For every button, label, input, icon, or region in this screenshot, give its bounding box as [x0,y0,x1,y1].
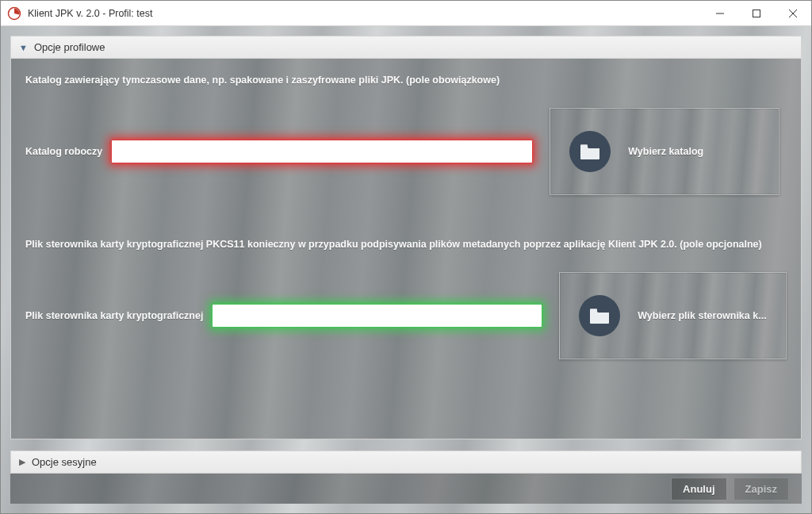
driver-file-label: Plik sterownika karty kryptograficznej [25,310,203,321]
choose-directory-button[interactable]: Wybierz katalog [550,108,779,195]
accordion-profile-label: Opcje profilowe [34,41,105,53]
maximize-button[interactable] [738,1,775,25]
working-dir-input[interactable] [112,140,532,163]
save-button: Zapisz [733,478,789,501]
working-dir-label: Katalog roboczy [25,146,102,157]
working-dir-row: Katalog roboczy Wybierz katalog [25,108,787,195]
driver-file-row: Plik sterownika karty kryptograficznej W… [25,272,787,359]
svg-rect-2 [753,10,760,17]
app-icon [7,6,21,21]
svg-rect-5 [580,144,588,147]
minimize-button[interactable] [702,1,738,25]
client-area: ▼ Opcje profilowe Katalog zawierający ty… [1,26,811,513]
folder-icon [569,131,611,172]
window-title: Klient JPK v. 2.0 - Profil: test [28,8,702,19]
accordion-profile-header[interactable]: ▼ Opcje profilowe [10,36,802,59]
window-controls [702,1,811,25]
driver-file-input[interactable] [213,305,542,327]
footer: Anuluj Zapisz [10,474,802,504]
spacer [10,439,802,451]
accordion-session-label: Opcje sesyjne [32,456,97,468]
accordion-session-header[interactable]: ▶ Opcje sesyjne [10,451,802,474]
cancel-button[interactable]: Anuluj [671,478,726,501]
choose-driver-file-button[interactable]: Wybierz plik sterownika k... [559,272,787,359]
folder-icon [579,295,620,336]
chevron-right-icon: ▶ [19,457,25,467]
driver-file-description: Plik sterownika karty kryptograficznej P… [25,239,787,250]
close-button[interactable] [775,1,811,25]
profile-panel: Katalog zawierający tymczasowe dane, np.… [10,59,802,439]
svg-rect-6 [590,309,597,311]
working-dir-description: Katalog zawierający tymczasowe dane, np.… [25,75,787,86]
titlebar: Klient JPK v. 2.0 - Profil: test [1,1,811,26]
choose-directory-label: Wybierz katalog [628,146,703,157]
app-window: Klient JPK v. 2.0 - Profil: test ▼ Opcje… [0,0,812,514]
choose-driver-file-label: Wybierz plik sterownika k... [638,310,766,321]
chevron-down-icon: ▼ [19,43,28,52]
